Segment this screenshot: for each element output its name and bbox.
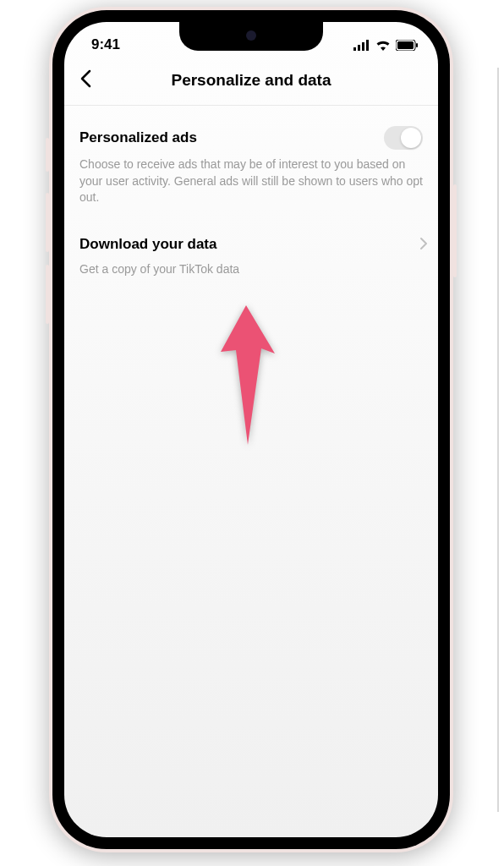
personalized-ads-description: Choose to receive ads that may be of int… [79,156,423,206]
download-data-description: Get a copy of your TikTok data [79,261,423,278]
toggle-knob [401,128,421,148]
download-data-title: Download your data [79,236,216,253]
svg-rect-1 [358,45,360,51]
battery-icon [396,40,418,51]
nav-header: Personalize and data [64,59,438,106]
divider-line [497,68,499,812]
front-camera [246,30,256,41]
screen: 9:41 Personalize and data [64,22,438,837]
svg-rect-6 [416,43,418,47]
page-title: Personalize and data [79,71,423,90]
phone-frame: 9:41 Personalize and data [49,7,453,852]
cellular-icon [353,40,370,51]
personalized-ads-title: Personalized ads [79,129,197,146]
download-data-section[interactable]: Download your data Get a copy of your Ti… [79,235,423,278]
personalized-ads-section: Personalized ads Choose to receive ads t… [79,126,423,206]
volume-up-button [46,193,49,252]
content-area: Personalized ads Choose to receive ads t… [64,106,438,326]
mute-switch [46,138,49,172]
svg-rect-0 [353,47,356,51]
notch [179,22,323,51]
status-time: 9:41 [91,36,120,53]
svg-rect-3 [366,40,369,51]
back-button[interactable] [79,69,91,92]
status-icons [353,40,418,51]
power-button [453,184,457,277]
svg-rect-2 [362,42,364,51]
svg-rect-5 [397,41,414,49]
personalized-ads-toggle[interactable] [384,126,423,150]
chevron-right-icon [419,235,428,255]
wifi-icon [375,40,391,51]
volume-down-button [46,265,49,324]
